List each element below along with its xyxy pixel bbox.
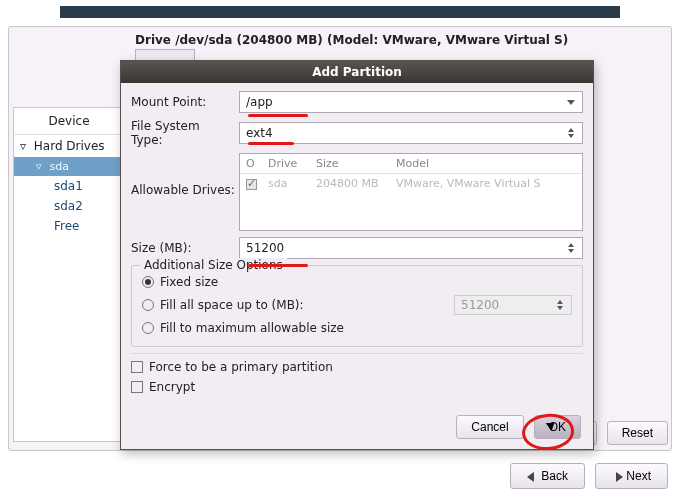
radio-fillmax[interactable]: Fill to maximum allowable size [142, 318, 572, 338]
drive-checkbox[interactable] [246, 179, 257, 190]
drive-row-model: VMware, VMware Virtual S [390, 174, 582, 193]
col-drive: Drive [262, 154, 310, 173]
radio-icon [142, 299, 154, 311]
size-spin[interactable]: 51200 [239, 237, 583, 259]
tree-sda-label: sda [50, 160, 69, 173]
installer-top-strip [60, 6, 620, 18]
mount-point-value: /app [246, 95, 273, 109]
mount-point-combo[interactable]: /app [239, 91, 583, 113]
drive-header: Drive /dev/sda (204800 MB) (Model: VMwar… [135, 33, 568, 47]
back-button[interactable]: Back [510, 463, 585, 489]
allowable-drives-list[interactable]: O Drive Size Model sda 204800 MB VMware,… [239, 153, 583, 231]
tree-root-label: Hard Drives [34, 139, 105, 153]
radio-icon [142, 276, 154, 288]
device-sidebar: Device ▿ Hard Drives ▿ sda sda1 sda2 Fre… [13, 107, 125, 442]
cancel-button[interactable]: Cancel [456, 415, 523, 439]
fillup-value: 51200 [461, 298, 499, 312]
force-primary-label: Force to be a primary partition [149, 360, 333, 374]
col-check: O [240, 154, 262, 173]
size-value: 51200 [246, 241, 284, 255]
drive-row-size: 204800 MB [310, 174, 390, 193]
arrow-right-icon [616, 472, 623, 482]
checkbox-icon [131, 381, 143, 393]
radio-fixed-label: Fixed size [160, 275, 218, 289]
tree-sda2[interactable]: sda2 [14, 196, 124, 216]
dialog-title[interactable]: Add Partition [121, 61, 593, 83]
radio-fixed[interactable]: Fixed size [142, 272, 572, 292]
radio-icon [142, 322, 154, 334]
allowable-drives-label: Allowable Drives: [131, 153, 239, 197]
tree-free[interactable]: Free [14, 216, 124, 236]
sidebar-heading: Device [14, 108, 124, 135]
back-label: Back [541, 469, 568, 483]
updown-icon [564, 238, 578, 258]
force-primary-check[interactable]: Force to be a primary partition [131, 353, 583, 377]
size-label: Size (MB): [131, 241, 239, 255]
toggle-icon: ▿ [20, 139, 30, 153]
fstype-combo[interactable]: ext4 [239, 122, 583, 144]
drive-row[interactable]: sda 204800 MB VMware, VMware Virtual S [240, 174, 582, 193]
updown-icon [553, 296, 567, 314]
tree-sda1[interactable]: sda1 [14, 176, 124, 196]
arrow-left-icon [527, 472, 534, 482]
radio-fillmax-label: Fill to maximum allowable size [160, 321, 344, 335]
tree-sda[interactable]: ▿ sda [14, 157, 124, 176]
radio-fillup-label: Fill all space up to (MB): [160, 298, 304, 312]
radio-fillup[interactable]: Fill all space up to (MB): 51200 [142, 292, 572, 318]
size-options-group: Additional Size Options Fixed size Fill … [131, 265, 583, 347]
drive-row-name: sda [262, 174, 310, 193]
toggle-icon: ▿ [36, 160, 46, 173]
checkbox-icon [131, 361, 143, 373]
ok-button[interactable]: OK [534, 415, 581, 439]
col-size: Size [310, 154, 390, 173]
fstype-label: File System Type: [131, 119, 239, 147]
add-partition-dialog: Add Partition Mount Point: /app File Sys… [120, 60, 594, 450]
col-model: Model [390, 154, 582, 173]
next-label: Next [626, 469, 651, 483]
encrypt-label: Encrypt [149, 380, 195, 394]
fillup-spin: 51200 [454, 295, 572, 315]
group-title: Additional Size Options [140, 258, 287, 272]
encrypt-check[interactable]: Encrypt [131, 377, 583, 397]
updown-icon [564, 123, 578, 143]
fstype-value: ext4 [246, 126, 273, 140]
mount-point-label: Mount Point: [131, 95, 239, 109]
tree-hard-drives[interactable]: ▿ Hard Drives [14, 135, 124, 157]
chevron-down-icon [564, 92, 578, 112]
reset-button[interactable]: Reset [607, 421, 668, 445]
next-button[interactable]: Next [595, 463, 668, 489]
